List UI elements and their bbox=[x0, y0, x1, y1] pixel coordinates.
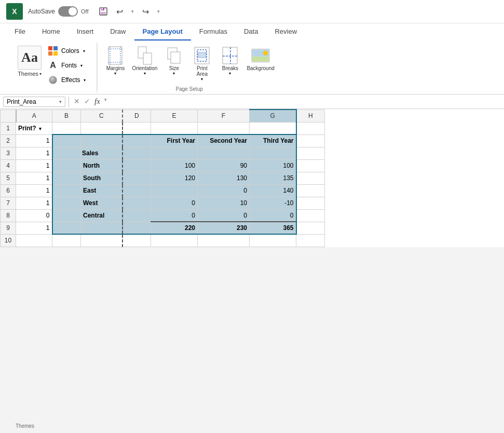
cell-c8[interactable]: Central bbox=[81, 209, 122, 222]
cell-e3[interactable] bbox=[151, 147, 198, 159]
cell-e10[interactable] bbox=[151, 234, 198, 247]
autosave-toggle[interactable] bbox=[58, 6, 78, 17]
cell-f5[interactable]: 130 bbox=[198, 172, 250, 184]
cell-c6[interactable]: East bbox=[81, 184, 122, 197]
redo-button[interactable]: ↪ bbox=[139, 4, 153, 19]
col-header-f[interactable]: F bbox=[198, 110, 250, 122]
cell-d6[interactable] bbox=[122, 184, 151, 197]
formula-fx-icon[interactable]: fx bbox=[93, 96, 102, 107]
cell-a6[interactable]: 1 bbox=[16, 184, 52, 197]
cell-h10[interactable] bbox=[296, 234, 325, 247]
cell-b1[interactable] bbox=[52, 122, 81, 134]
tab-data[interactable]: Data bbox=[236, 23, 266, 40]
cell-b8[interactable] bbox=[52, 209, 81, 222]
cell-g7[interactable]: -10 bbox=[250, 197, 296, 209]
formula-confirm-icon[interactable]: ✓ bbox=[83, 96, 92, 107]
filter-dropdown-icon[interactable]: ▾ bbox=[39, 126, 42, 131]
formula-cancel-icon[interactable]: ✕ bbox=[72, 96, 81, 107]
redo-caret[interactable]: ▾ bbox=[155, 4, 162, 19]
cell-h7[interactable] bbox=[296, 197, 325, 209]
tab-file[interactable]: File bbox=[6, 23, 34, 40]
cell-g10[interactable] bbox=[250, 234, 296, 247]
cell-f4[interactable]: 90 bbox=[198, 159, 250, 172]
cell-f3[interactable] bbox=[198, 147, 250, 159]
cell-c2[interactable] bbox=[81, 134, 122, 147]
cell-g5[interactable]: 135 bbox=[250, 172, 296, 184]
cell-c5[interactable]: South bbox=[81, 172, 122, 184]
themes-button[interactable]: Aa Themes ▾ bbox=[15, 44, 45, 78]
cell-c1[interactable] bbox=[81, 122, 122, 134]
tab-review[interactable]: Review bbox=[266, 23, 305, 40]
cell-b10[interactable] bbox=[52, 234, 81, 247]
cell-d1[interactable] bbox=[122, 122, 151, 134]
cell-d4[interactable] bbox=[122, 159, 151, 172]
cell-a2[interactable]: 1 bbox=[16, 134, 52, 147]
size-button[interactable]: Size ▾ bbox=[160, 44, 187, 77]
cell-h5[interactable] bbox=[296, 172, 325, 184]
cell-a8[interactable]: 0 bbox=[16, 209, 52, 222]
cell-e7[interactable]: 0 bbox=[151, 197, 198, 209]
formula-caret-icon[interactable]: ▾ bbox=[103, 96, 108, 107]
cell-a5[interactable]: 1 bbox=[16, 172, 52, 184]
cell-e8[interactable]: 0 bbox=[151, 209, 198, 222]
cell-c7[interactable]: West bbox=[81, 197, 122, 209]
cell-g2[interactable]: Third Year bbox=[250, 134, 296, 147]
cell-f1[interactable] bbox=[198, 122, 250, 134]
cell-e6[interactable] bbox=[151, 184, 198, 197]
cell-c3[interactable]: Sales bbox=[81, 147, 122, 159]
cell-a10[interactable] bbox=[16, 234, 52, 247]
undo-button[interactable]: ↩ bbox=[113, 4, 127, 19]
col-header-h[interactable]: H bbox=[296, 110, 325, 122]
cell-b7[interactable] bbox=[52, 197, 81, 209]
cell-g4[interactable]: 100 bbox=[250, 159, 296, 172]
cell-c4[interactable]: North bbox=[81, 159, 122, 172]
tab-draw[interactable]: Draw bbox=[102, 23, 134, 40]
tab-home[interactable]: Home bbox=[34, 23, 69, 40]
cell-b4[interactable] bbox=[52, 159, 81, 172]
formula-input[interactable] bbox=[111, 97, 501, 106]
cell-f6[interactable]: 0 bbox=[198, 184, 250, 197]
cell-h6[interactable] bbox=[296, 184, 325, 197]
cell-g8[interactable]: 0 bbox=[250, 209, 296, 222]
background-button[interactable]: Background bbox=[244, 44, 276, 73]
cell-c9[interactable] bbox=[81, 222, 122, 234]
tab-insert[interactable]: Insert bbox=[69, 23, 102, 40]
cell-h1[interactable] bbox=[296, 122, 325, 134]
orientation-button[interactable]: Orientation ▾ bbox=[130, 44, 159, 77]
breaks-button[interactable]: Breaks ▾ bbox=[216, 44, 243, 77]
cell-e4[interactable]: 100 bbox=[151, 159, 198, 172]
col-header-g[interactable]: G bbox=[250, 110, 296, 122]
cell-e2[interactable]: First Year bbox=[151, 134, 198, 147]
name-box[interactable]: Print_Area ▾ bbox=[3, 97, 65, 107]
print-area-button[interactable]: Print Area ▾ bbox=[188, 44, 215, 83]
col-header-e[interactable]: E bbox=[151, 110, 198, 122]
cell-d2[interactable] bbox=[122, 134, 151, 147]
fonts-button[interactable]: A Fonts ▾ bbox=[45, 59, 88, 72]
cell-g6[interactable]: 140 bbox=[250, 184, 296, 197]
cell-g3[interactable] bbox=[250, 147, 296, 159]
cell-f10[interactable] bbox=[198, 234, 250, 247]
cell-d9[interactable] bbox=[122, 222, 151, 234]
cell-a4[interactable]: 1 bbox=[16, 159, 52, 172]
col-header-a[interactable]: A bbox=[16, 110, 52, 122]
cell-d5[interactable] bbox=[122, 172, 151, 184]
effects-button[interactable]: Effects ▾ bbox=[45, 73, 88, 87]
cell-b2[interactable] bbox=[52, 134, 81, 147]
cell-a3[interactable]: 1 bbox=[16, 147, 52, 159]
cell-e5[interactable]: 120 bbox=[151, 172, 198, 184]
cell-f7[interactable]: 10 bbox=[198, 197, 250, 209]
cell-e1[interactable] bbox=[151, 122, 198, 134]
cell-f8[interactable]: 0 bbox=[198, 209, 250, 222]
cell-d3[interactable] bbox=[122, 147, 151, 159]
cell-a1[interactable]: Print? ▾ bbox=[16, 122, 52, 134]
cell-h3[interactable] bbox=[296, 147, 325, 159]
cell-c10[interactable] bbox=[81, 234, 122, 247]
colors-button[interactable]: Colors ▾ bbox=[45, 44, 88, 58]
cell-h4[interactable] bbox=[296, 159, 325, 172]
cell-h8[interactable] bbox=[296, 209, 325, 222]
cell-b3[interactable] bbox=[52, 147, 81, 159]
col-header-c[interactable]: C bbox=[81, 110, 122, 122]
cell-b9[interactable] bbox=[52, 222, 81, 234]
cell-g9[interactable]: 365 bbox=[250, 222, 296, 234]
cell-h2[interactable] bbox=[296, 134, 325, 147]
